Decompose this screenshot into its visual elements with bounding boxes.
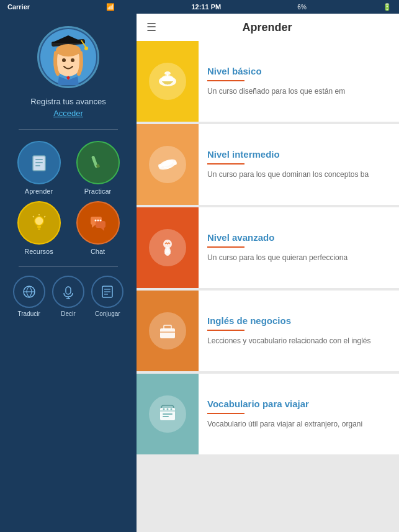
conjugar-icon xyxy=(91,276,123,308)
aprender-label: Aprender xyxy=(25,187,53,195)
bottom-tools: Traducir Decir xyxy=(6,276,130,317)
course-info-intermedio: Nivel intermedio Un curso para los que d… xyxy=(199,124,399,205)
course-info-viajar: Vocabulario para viajar Vocabulario útil… xyxy=(199,374,399,454)
course-info-basico: Nivel básico Un curso diseñado para los … xyxy=(199,41,399,122)
chat-label: Chat xyxy=(91,248,105,255)
negocios-icon xyxy=(149,312,186,349)
sidebar-divider-1 xyxy=(19,129,118,130)
traducir-icon xyxy=(13,276,45,308)
hamburger-icon[interactable]: ☰ xyxy=(146,20,156,34)
svg-line-20 xyxy=(33,216,34,217)
nav-item-recursos[interactable]: Recursos xyxy=(12,201,65,255)
svg-point-53 xyxy=(167,408,169,410)
course-card-viajar[interactable]: Vocabulario para viajar Vocabulario útil… xyxy=(137,374,399,454)
content-header: ☰ Aprender xyxy=(137,14,399,41)
avanzado-title: Nivel avanzado xyxy=(207,232,390,243)
practicar-icon-circle xyxy=(76,141,120,184)
negocios-title: Inglés de negocios xyxy=(207,315,390,326)
battery-display: 6% xyxy=(297,4,306,11)
svg-point-27 xyxy=(97,220,99,222)
tool-decir[interactable]: Decir xyxy=(52,276,84,317)
recursos-icon-circle xyxy=(17,201,61,245)
svg-point-16 xyxy=(35,217,43,225)
svg-rect-12 xyxy=(35,162,43,163)
basico-underline xyxy=(207,80,244,81)
content-area: ☰ Aprender xyxy=(137,14,399,532)
course-info-negocios: Inglés de negocios Lecciones y vocabular… xyxy=(199,291,399,371)
course-card-avanzado[interactable]: Nivel avanzado Un curso para los que qui… xyxy=(137,207,399,288)
course-card-negocios[interactable]: Inglés de negocios Lecciones y vocabular… xyxy=(137,291,399,371)
svg-rect-56 xyxy=(163,416,169,417)
basico-icon xyxy=(149,63,186,100)
svg-marker-23 xyxy=(92,225,96,228)
svg-point-41 xyxy=(164,71,171,75)
course-banner-viajar xyxy=(137,374,199,454)
negocios-underline xyxy=(207,330,244,331)
carrier-text: Carrier xyxy=(7,3,30,11)
wifi-icon: 📶 xyxy=(106,3,115,11)
svg-point-8 xyxy=(56,44,81,56)
svg-rect-18 xyxy=(38,228,40,230)
intermedio-desc: Un curso para los que dominan los concep… xyxy=(207,169,390,180)
decir-label: Decir xyxy=(61,310,75,317)
course-info-avanzado: Nivel avanzado Un curso para los que qui… xyxy=(199,207,399,288)
nav-item-practicar[interactable]: Practicar xyxy=(71,141,124,195)
battery-icon: 🔋 xyxy=(383,3,392,11)
aprender-icon-circle xyxy=(17,141,61,184)
svg-rect-31 xyxy=(66,287,71,294)
sidebar: Registra tus avances Acceder Aprender xyxy=(0,14,137,532)
svg-rect-13 xyxy=(35,165,40,166)
content-title: Aprender xyxy=(164,21,370,34)
sidebar-divider-2 xyxy=(19,266,118,267)
negocios-desc: Lecciones y vocabulario relacionado con … xyxy=(207,336,390,346)
time-display: 12:11 PM xyxy=(191,3,221,11)
course-banner-avanzado xyxy=(137,207,199,288)
avanzado-icon xyxy=(149,229,186,266)
svg-point-7 xyxy=(71,58,74,62)
avatar xyxy=(37,26,99,88)
traducir-label: Traducir xyxy=(18,310,40,317)
svg-rect-55 xyxy=(163,413,173,415)
svg-point-52 xyxy=(163,408,165,410)
intermedio-title: Nivel intermedio xyxy=(207,149,390,160)
svg-rect-24 xyxy=(96,221,105,228)
register-text: Registra tus avances xyxy=(30,97,105,106)
login-link[interactable]: Acceder xyxy=(53,109,83,118)
basico-desc: Un curso diseñado para los que están em xyxy=(207,86,390,97)
svg-marker-25 xyxy=(101,228,104,231)
viajar-title: Vocabulario para viajar xyxy=(207,399,390,409)
course-list: Nivel básico Un curso diseñado para los … xyxy=(137,41,399,532)
practicar-label: Practicar xyxy=(84,187,111,195)
svg-rect-48 xyxy=(160,328,175,338)
svg-line-21 xyxy=(44,216,45,217)
course-card-intermedio[interactable]: Nivel intermedio Un curso para los que d… xyxy=(137,124,399,205)
conjugar-label: Conjugar xyxy=(95,310,120,317)
nav-item-chat[interactable]: Chat xyxy=(71,201,124,255)
tool-conjugar[interactable]: Conjugar xyxy=(91,276,123,317)
avanzado-desc: Un curso para los que quieran perfeccion… xyxy=(207,253,390,263)
course-banner-basico xyxy=(137,41,199,122)
tool-traducir[interactable]: Traducir xyxy=(13,276,45,317)
basico-title: Nivel básico xyxy=(207,66,390,76)
decir-icon xyxy=(52,276,84,308)
status-bar: Carrier 📶 12:11 PM 6% 🔋 xyxy=(0,0,399,14)
nav-item-aprender[interactable]: Aprender xyxy=(12,141,65,195)
recursos-label: Recursos xyxy=(24,248,53,255)
avanzado-underline xyxy=(207,246,244,248)
intermedio-underline xyxy=(207,163,244,165)
viajar-underline xyxy=(207,413,244,414)
viajar-icon xyxy=(149,395,186,433)
svg-point-44 xyxy=(158,164,162,168)
course-card-basico[interactable]: Nivel básico Un curso diseñado para los … xyxy=(137,41,399,122)
intermedio-icon xyxy=(149,146,186,183)
svg-point-28 xyxy=(99,220,101,222)
svg-point-45 xyxy=(173,161,177,165)
course-banner-intermedio xyxy=(137,124,199,205)
svg-point-6 xyxy=(62,58,66,62)
viajar-desc: Vocabulario útil para viajar al extranje… xyxy=(207,419,390,430)
svg-point-4 xyxy=(84,47,88,50)
svg-rect-11 xyxy=(35,159,43,160)
chat-icon-circle xyxy=(76,201,120,245)
svg-point-54 xyxy=(171,408,173,410)
svg-point-26 xyxy=(94,220,96,222)
